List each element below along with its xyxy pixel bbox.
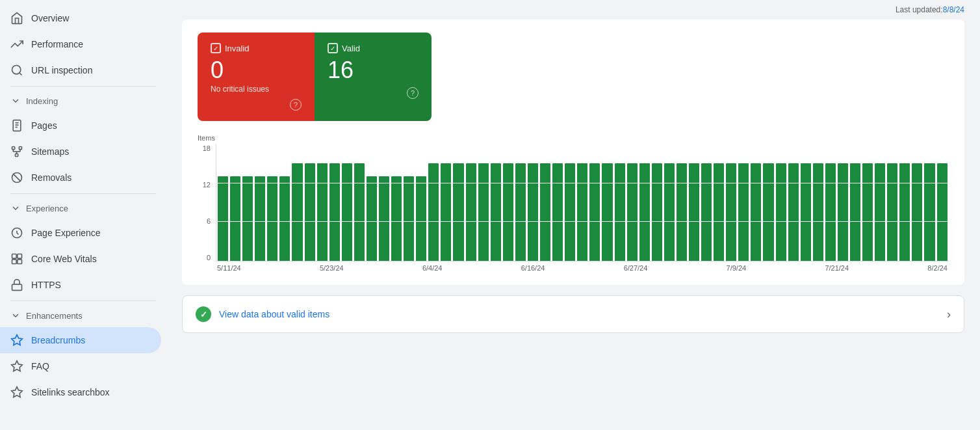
main-content: Last updated: 8/8/24 ✓ Invalid 0 No crit…: [166, 0, 980, 430]
chart-bar[interactable]: [441, 163, 451, 261]
chart-bar[interactable]: [912, 163, 922, 261]
y-axis-6: 6: [207, 217, 211, 225]
chart-bar[interactable]: [453, 163, 463, 261]
chart-bar[interactable]: [751, 163, 761, 261]
chart-bar[interactable]: [862, 163, 873, 261]
x-label-1: 5/23/24: [320, 264, 344, 272]
removals-icon: [10, 171, 23, 184]
section-experience[interactable]: Experience: [0, 196, 166, 220]
chart-bar[interactable]: [602, 163, 612, 261]
sidebar-item-removals[interactable]: Removals: [0, 165, 161, 191]
invalid-help-icon[interactable]: ?: [290, 99, 302, 111]
chart-bar[interactable]: [664, 163, 675, 261]
sidebar-item-sitemaps[interactable]: Sitemaps: [0, 139, 161, 165]
chart-bar[interactable]: [491, 163, 501, 261]
status-cards: ✓ Invalid 0 No critical issues ? ✓ Valid…: [198, 33, 432, 121]
chart-bar[interactable]: [342, 163, 352, 261]
chart-bar[interactable]: [528, 163, 538, 261]
chart-bar[interactable]: [230, 176, 240, 261]
sidebar-item-faq[interactable]: FAQ: [0, 353, 161, 379]
chart-bar[interactable]: [627, 163, 638, 261]
chart-bar[interactable]: [367, 176, 377, 261]
sidebar-item-breadcrumbs[interactable]: Breadcrumbs: [0, 327, 161, 353]
svg-rect-17: [18, 254, 22, 259]
chart-bar[interactable]: [242, 176, 253, 261]
chart-bar[interactable]: [466, 163, 476, 261]
last-updated-label: Last updated:: [896, 5, 943, 14]
chart-bar[interactable]: [589, 163, 600, 261]
bars-wrapper: [216, 144, 949, 262]
sidebar-item-page-experience[interactable]: Page Experience: [0, 220, 161, 246]
svg-rect-7: [19, 147, 21, 150]
chart-bar[interactable]: [404, 176, 414, 261]
chart-bar[interactable]: [279, 176, 290, 261]
sidebar-item-sitelinks-searchbox[interactable]: Sitelinks searchbox: [0, 379, 161, 405]
chart-bar[interactable]: [924, 163, 935, 261]
section-indexing[interactable]: Indexing: [0, 89, 166, 113]
chart-bar[interactable]: [652, 163, 662, 261]
sidebar-item-https[interactable]: HTTPS: [0, 272, 161, 298]
core-web-vitals-icon: [10, 252, 23, 265]
chart-bar[interactable]: [317, 163, 328, 261]
chart-bar[interactable]: [813, 163, 823, 261]
chart-bar[interactable]: [899, 163, 910, 261]
chart-bar[interactable]: [379, 176, 389, 261]
chart-bar[interactable]: [887, 163, 897, 261]
chart-bar[interactable]: [552, 163, 563, 261]
chart-bar[interactable]: [428, 163, 439, 261]
svg-rect-16: [12, 254, 17, 259]
chart-bar[interactable]: [540, 163, 550, 261]
chart-bar[interactable]: [875, 163, 885, 261]
chart-bar[interactable]: [850, 163, 860, 261]
sidebar-item-core-web-vitals[interactable]: Core Web Vitals: [0, 246, 161, 272]
valid-check-circle: ✓: [196, 306, 211, 322]
sidebar-item-pages[interactable]: Pages: [0, 113, 161, 139]
chart-bar[interactable]: [726, 163, 736, 261]
x-label-2: 6/4/24: [422, 264, 443, 272]
chart-bar[interactable]: [714, 163, 724, 261]
divider-2: [10, 193, 156, 194]
section-enhancements[interactable]: Enhancements: [0, 304, 166, 327]
chart-bar[interactable]: [416, 176, 426, 261]
chart-bar[interactable]: [937, 163, 948, 261]
chart-bar[interactable]: [763, 163, 773, 261]
home-icon: [10, 12, 23, 25]
valid-help-icon[interactable]: ?: [407, 87, 419, 99]
chart-bar[interactable]: [677, 163, 687, 261]
chart-bar[interactable]: [329, 163, 340, 261]
sidebar-item-performance[interactable]: Performance: [0, 31, 161, 57]
chart-bar[interactable]: [701, 163, 712, 261]
chart-bar[interactable]: [515, 163, 526, 261]
chart-bar[interactable]: [255, 176, 265, 261]
x-label-4: 6/27/24: [624, 264, 648, 272]
chart-bar[interactable]: [292, 163, 302, 261]
valid-label: Valid: [342, 44, 360, 53]
chart-bar[interactable]: [305, 163, 315, 261]
card-valid: ✓ Valid 16 ?: [315, 33, 432, 121]
chart-bar[interactable]: [838, 163, 848, 261]
section-enhancements-label: Enhancements: [26, 311, 83, 321]
sidebar-label-pages: Pages: [31, 120, 57, 131]
sidebar-item-overview[interactable]: Overview: [0, 5, 161, 31]
chart-bar[interactable]: [776, 163, 786, 261]
chart-bar[interactable]: [639, 163, 650, 261]
sidebar-item-url-inspection[interactable]: URL inspection: [0, 57, 161, 83]
chart-bar[interactable]: [738, 163, 749, 261]
view-data-row[interactable]: ✓ View data about valid items ›: [182, 295, 964, 333]
chart-bar[interactable]: [565, 163, 575, 261]
chart-bar[interactable]: [801, 163, 811, 261]
chart-bar[interactable]: [354, 163, 365, 261]
chart-bar[interactable]: [478, 163, 489, 261]
chart-bar[interactable]: [218, 176, 228, 261]
chart-bar[interactable]: [267, 176, 277, 261]
chart-bar[interactable]: [577, 163, 587, 261]
chart-bar[interactable]: [689, 163, 699, 261]
y-axis-12: 12: [203, 181, 211, 189]
sidebar: Overview Performance URL inspection Inde…: [0, 0, 166, 430]
chart-bar[interactable]: [503, 163, 513, 261]
chart-bar[interactable]: [825, 163, 836, 261]
chart-bar[interactable]: [615, 163, 625, 261]
divider-3: [10, 301, 156, 301]
chart-bar[interactable]: [391, 176, 402, 261]
chart-bar[interactable]: [788, 163, 799, 261]
